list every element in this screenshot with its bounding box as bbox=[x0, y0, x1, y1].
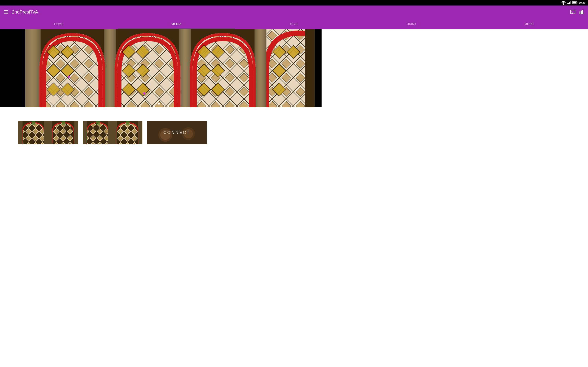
svg-rect-21 bbox=[104, 29, 116, 107]
svg-rect-67 bbox=[32, 121, 35, 125]
svg-rect-66 bbox=[74, 121, 78, 144]
thumbnail-connect[interactable]: CONNECT bbox=[147, 121, 207, 144]
main-content: ✦ ✦ bbox=[0, 29, 321, 184]
svg-rect-78 bbox=[126, 121, 130, 125]
svg-rect-74 bbox=[83, 121, 87, 144]
tab-give[interactable]: GIVE bbox=[235, 18, 321, 29]
svg-rect-65 bbox=[44, 121, 52, 144]
carousel-dot-2[interactable] bbox=[162, 103, 164, 105]
connect-label: CONNECT bbox=[164, 130, 190, 135]
carousel-dots bbox=[158, 103, 164, 105]
svg-text:✦: ✦ bbox=[67, 74, 71, 80]
thumbnail-2[interactable] bbox=[83, 121, 142, 144]
svg-rect-77 bbox=[96, 121, 100, 125]
svg-rect-22 bbox=[179, 29, 191, 107]
svg-rect-75 bbox=[108, 121, 117, 144]
svg-rect-64 bbox=[18, 121, 23, 144]
thumbnails-section: CONNECT bbox=[0, 116, 321, 150]
carousel-dot-1[interactable] bbox=[158, 103, 160, 105]
hero-black-left bbox=[0, 29, 25, 107]
tab-home[interactable]: HOME bbox=[0, 18, 118, 29]
thumbnail-1[interactable] bbox=[18, 121, 78, 144]
connect-thumbnail-bg: CONNECT bbox=[147, 121, 207, 144]
hero-black-right bbox=[315, 29, 321, 107]
nav-tabs: HOME MEDIA GIVE UKIRK MORE bbox=[0, 18, 321, 29]
tab-media[interactable]: MEDIA bbox=[118, 18, 235, 29]
svg-rect-68 bbox=[61, 121, 65, 125]
svg-rect-23 bbox=[254, 29, 266, 107]
svg-text:✦: ✦ bbox=[142, 91, 146, 97]
hero-carousel[interactable]: ✦ ✦ bbox=[0, 29, 321, 107]
svg-rect-20 bbox=[25, 29, 41, 107]
content-spacer bbox=[0, 107, 321, 116]
app-title: 2ndPresRVA bbox=[12, 9, 321, 15]
status-bar: 10:26 bbox=[0, 0, 321, 6]
hamburger-menu-button[interactable] bbox=[4, 10, 8, 14]
hero-image: ✦ ✦ bbox=[25, 29, 321, 107]
svg-rect-76 bbox=[138, 121, 142, 144]
app-bar: 2ndPresRVA bbox=[0, 6, 321, 18]
